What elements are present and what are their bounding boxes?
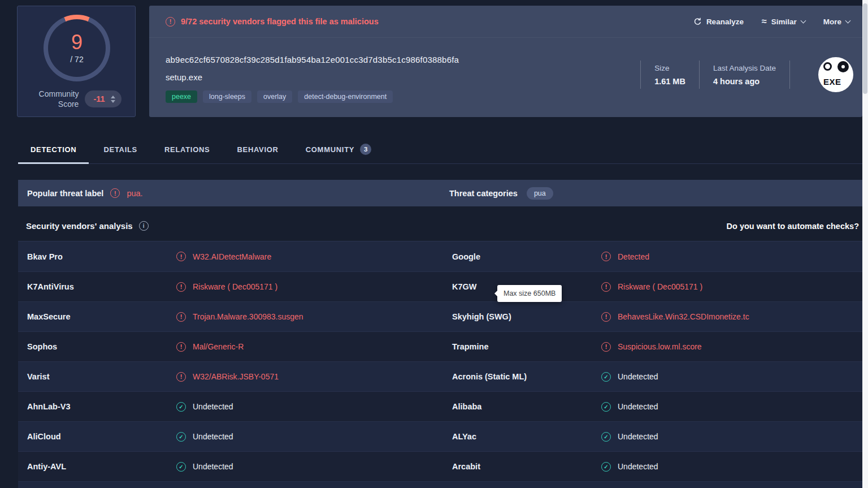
analysis-date-value: 4 hours ago [713, 77, 776, 86]
tab-behavior[interactable]: BEHAVIOR [224, 135, 290, 164]
table-row: K7AntiVirus ! ✓ Riskware ( Dec005171 ) K… [18, 271, 862, 301]
threat-label-value[interactable]: pua. [127, 189, 142, 198]
file-tag[interactable]: peexe [166, 90, 197, 103]
status-indicator: ! ✓ [176, 312, 186, 322]
warning-icon: ! [176, 252, 186, 261]
status-indicator: ! ✓ [176, 402, 186, 412]
tab-relations[interactable]: RELATIONS [152, 135, 222, 164]
check-icon: ✓ [176, 432, 186, 442]
threat-category-badge[interactable]: pua [527, 187, 553, 200]
vote-down-arrow-icon[interactable] [111, 100, 115, 103]
tab-label: DETECTION [31, 145, 76, 154]
vendor-result: ! ✓ Riskware ( Dec005171 ) [601, 282, 862, 292]
table-row: AhnLab-V3 ! ✓ Undetected Alibaba ! ✓ Und… [18, 391, 862, 421]
check-icon: ✓ [601, 372, 611, 382]
vendor-result-text: Detected [618, 252, 649, 261]
vendor-name: Google [452, 252, 601, 261]
vendor-result: ! ✓ Undetected [176, 462, 452, 472]
file-type-icon: EXE [818, 57, 853, 92]
scrollbar-thumb[interactable] [863, 3, 867, 94]
virustotal-detection-page: 9 / 72 Community Score -11 ! 9/72 securi… [0, 0, 868, 488]
threat-categories: Threat categories pua [449, 187, 553, 200]
detection-score-inner: 9 / 72 [48, 19, 106, 77]
table-row: Bkav Pro ! ✓ W32.AIDetectMalware Google … [18, 241, 862, 271]
file-tag[interactable]: long-sleeps [203, 90, 251, 103]
vendor-result-text: Trojan.Malware.300983.susgen [193, 312, 303, 321]
tab-community[interactable]: COMMUNITY 3 [293, 135, 384, 164]
check-icon: ✓ [601, 432, 611, 442]
popular-threat-label: Popular threat label ! pua. [27, 188, 143, 198]
size-value: 1.61 MB [654, 77, 685, 86]
vendor-name: K7AntiVirus [27, 282, 176, 291]
more-button[interactable]: More [823, 18, 850, 26]
vendor-result: ! ✓ Riskware ( Dec005171 ) [176, 282, 452, 292]
status-indicator: ! ✓ [601, 402, 611, 412]
status-indicator: ! ✓ [601, 342, 611, 352]
community-score-label: Community Score [31, 89, 79, 109]
detection-score-gauge: 9 / 72 [44, 15, 110, 81]
vendor-result-text: Suspicious.low.ml.score [618, 342, 702, 351]
status-indicator: ! ✓ [176, 432, 186, 442]
vendor-name: AliCloud [27, 432, 176, 441]
vendor-name: Acronis (Static ML) [452, 372, 601, 381]
table-row: Varist ! ✓ W32/ABRisk.JSBY-0571 Acronis … [18, 361, 862, 391]
file-header-card: ! 9/72 security vendors flagged this fil… [149, 6, 862, 117]
automate-checks-link[interactable]: Do you want to automate checks? [727, 222, 859, 231]
tab-bar: DETECTION DETAILS RELATIONS BEHAVIOR COM… [18, 135, 862, 164]
chevron-down-icon [845, 18, 851, 23]
table-row [18, 481, 862, 488]
vendor-result-text: BehavesLike.Win32.CSDImonetize.tc [618, 312, 749, 321]
vendor-result: ! ✓ Trojan.Malware.300983.susgen [176, 312, 452, 322]
warning-icon: ! [110, 188, 120, 198]
vendor-result: ! ✓ Undetected [176, 432, 452, 442]
vendor-result: ! ✓ W32/ABRisk.JSBY-0571 [176, 372, 452, 382]
reel-icon [823, 62, 832, 71]
tab-label: DETAILS [103, 145, 137, 154]
chevron-down-icon [800, 18, 806, 23]
status-indicator: ! ✓ [601, 432, 611, 442]
vendor-result: ! ✓ Undetected [176, 402, 452, 412]
vendor-name: ALYac [452, 432, 601, 441]
vendor-result-text: Undetected [193, 462, 233, 471]
analysis-title-group: Security vendors' analysis i [26, 221, 149, 231]
vendor-result-text: Mal/Generic-R [193, 342, 244, 351]
file-tag[interactable]: overlay [257, 90, 292, 103]
reanalyze-icon [693, 18, 702, 26]
similar-button[interactable]: ≈ Similar [762, 17, 805, 26]
tooltip: Max size 650MB [497, 285, 562, 302]
reanalyze-button[interactable]: Reanalyze [693, 18, 744, 26]
check-icon: ✓ [176, 402, 186, 412]
tab-detection[interactable]: DETECTION [18, 135, 89, 164]
vendor-result-text: Riskware ( Dec005171 ) [193, 282, 277, 291]
similar-icon: ≈ [762, 17, 767, 26]
threat-label-bar: Popular threat label ! pua. Threat categ… [18, 180, 862, 206]
vendor-result-text: Undetected [193, 432, 233, 441]
vendor-result: ! ✓ BehavesLike.Win32.CSDImonetize.tc [601, 312, 862, 322]
warning-icon: ! [176, 342, 186, 352]
tab-details[interactable]: DETAILS [91, 135, 150, 164]
vendor-name: Bkav Pro [27, 252, 176, 261]
warning-icon: ! [176, 282, 186, 292]
community-score: Community Score -11 [18, 89, 135, 109]
vendor-name: Trapmine [452, 342, 601, 351]
file-identity: ab9ec62cf6570828cf39c285d1fab954ba12e001… [166, 38, 459, 117]
table-row: Sophos ! ✓ Mal/Generic-R Trapmine ! ✓ Su… [18, 331, 862, 361]
reanalyze-label: Reanalyze [706, 18, 744, 26]
scrollbar[interactable] [862, 0, 868, 488]
community-score-value: -11 [93, 94, 105, 103]
community-score-badge: -11 [85, 90, 121, 107]
reel-icon [837, 61, 849, 72]
info-icon[interactable]: i [139, 221, 149, 231]
check-icon: ✓ [601, 402, 611, 412]
table-row: AliCloud ! ✓ Undetected ALYac ! ✓ Undete… [18, 421, 862, 451]
vendor-result: ! ✓ W32.AIDetectMalware [176, 252, 452, 261]
vote-up-arrow-icon[interactable] [111, 96, 115, 98]
score-value: 9 [71, 32, 83, 53]
malicious-banner: ! 9/72 security vendors flagged this fil… [149, 6, 862, 38]
vendor-result-text: W32.AIDetectMalware [193, 252, 271, 261]
status-indicator: ! ✓ [601, 372, 611, 382]
vendor-name: Skyhigh (SWG) [452, 312, 601, 321]
file-tag[interactable]: detect-debug-environment [298, 90, 393, 103]
analysis-title: Security vendors' analysis [26, 221, 133, 231]
vendor-result: ! ✓ Undetected [601, 462, 862, 472]
